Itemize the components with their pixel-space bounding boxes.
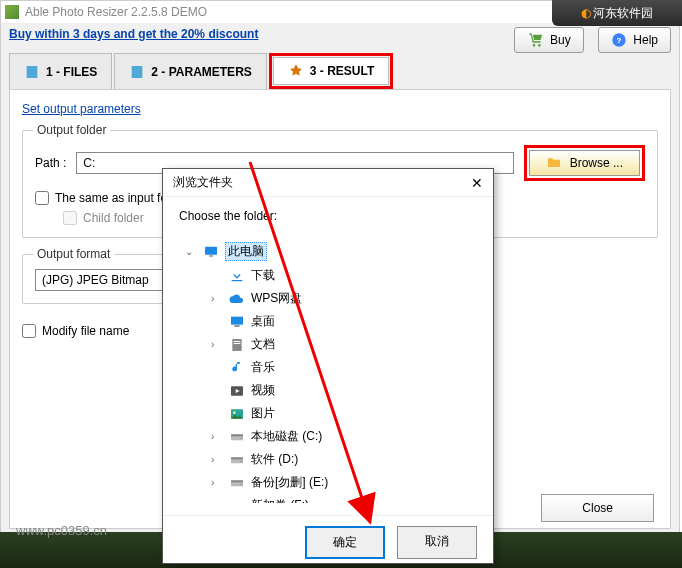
tab-params-label: 2 - PARAMETERS — [151, 65, 251, 79]
monitor-icon — [203, 244, 219, 260]
child-folder-input — [63, 211, 77, 225]
expand-icon[interactable]: › — [211, 339, 223, 350]
svg-rect-18 — [231, 457, 243, 459]
set-output-link[interactable]: Set output parameters — [22, 102, 141, 116]
window-title: Able Photo Resizer 2.2.5.8 DEMO — [25, 5, 207, 19]
disk-icon — [229, 498, 245, 504]
expand-icon[interactable]: › — [211, 293, 223, 304]
folder-tree[interactable]: ⌄此电脑下载›WPS网盘桌面›文档音乐视频图片›本地磁盘 (C:)›软件 (D:… — [179, 235, 477, 503]
tab-files[interactable]: 1 - FILES — [9, 53, 112, 89]
tree-item[interactable]: 下载 — [209, 264, 473, 287]
tree-item-label: 软件 (D:) — [251, 451, 298, 468]
highlight-box: Browse ... — [524, 145, 645, 181]
discount-link[interactable]: Buy within 3 days and get the 20% discou… — [1, 23, 266, 45]
browse-label: Browse ... — [570, 156, 623, 170]
browse-button[interactable]: Browse ... — [529, 150, 640, 176]
svg-rect-3 — [132, 66, 143, 78]
cancel-button[interactable]: 取消 — [397, 526, 477, 559]
cart-icon — [528, 32, 544, 48]
choose-folder-label: Choose the folder: — [179, 209, 477, 223]
params-icon — [129, 64, 145, 80]
svg-rect-9 — [234, 341, 241, 342]
music-icon — [229, 360, 245, 376]
close-button[interactable]: Close — [541, 494, 654, 522]
dialog-title: 浏览文件夹 — [173, 174, 233, 191]
desktop-icon — [229, 314, 245, 330]
svg-rect-10 — [234, 343, 241, 344]
tree-item[interactable]: ›本地磁盘 (C:) — [209, 425, 473, 448]
dialog-close-button[interactable]: ✕ — [471, 175, 483, 191]
download-icon — [229, 268, 245, 284]
same-as-input-input[interactable] — [35, 191, 49, 205]
image-icon — [229, 406, 245, 422]
format-value: (JPG) JPEG Bitmap — [42, 273, 149, 287]
output-folder-legend: Output folder — [33, 123, 110, 137]
svg-rect-6 — [231, 316, 243, 324]
app-icon — [5, 5, 19, 19]
tree-item[interactable]: ›软件 (D:) — [209, 448, 473, 471]
buy-button[interactable]: Buy — [514, 27, 584, 53]
svg-rect-8 — [232, 339, 241, 351]
modify-filename-input[interactable] — [22, 324, 36, 338]
tree-item[interactable]: ⌄此电脑 — [183, 239, 473, 264]
path-label: Path : — [35, 156, 66, 170]
child-folder-label: Child folder — [83, 211, 144, 225]
tree-item[interactable]: ›新加卷 (F:) — [209, 494, 473, 503]
result-icon — [288, 63, 304, 79]
files-icon — [24, 64, 40, 80]
expand-icon[interactable]: › — [211, 500, 223, 503]
tree-item-label: WPS网盘 — [251, 290, 302, 307]
brand-icon: ◐ — [581, 6, 591, 20]
tree-item-label: 新加卷 (F:) — [251, 497, 309, 503]
help-label: Help — [633, 33, 658, 47]
svg-rect-4 — [205, 246, 217, 254]
svg-rect-7 — [234, 325, 239, 326]
tree-item-label: 文档 — [251, 336, 275, 353]
tree-item-label: 视频 — [251, 382, 275, 399]
expand-icon[interactable]: › — [211, 454, 223, 465]
help-icon: ? — [611, 32, 627, 48]
expand-icon[interactable]: ⌄ — [185, 246, 197, 257]
tree-item-label: 桌面 — [251, 313, 275, 330]
cloud-icon — [229, 291, 245, 307]
buy-label: Buy — [550, 33, 571, 47]
tree-item-label: 备份[勿删] (E:) — [251, 474, 328, 491]
tree-item[interactable]: 桌面 — [209, 310, 473, 333]
tree-item[interactable]: 音乐 — [209, 356, 473, 379]
tab-parameters[interactable]: 2 - PARAMETERS — [114, 53, 266, 89]
brand-text: 河东软件园 — [593, 5, 653, 22]
svg-rect-21 — [231, 480, 243, 482]
svg-rect-5 — [209, 255, 213, 256]
expand-icon[interactable]: › — [211, 477, 223, 488]
modify-filename-label: Modify file name — [42, 324, 129, 338]
video-icon — [229, 383, 245, 399]
svg-point-19 — [240, 460, 241, 461]
tree-item[interactable]: ›文档 — [209, 333, 473, 356]
tree-item-label: 本地磁盘 (C:) — [251, 428, 322, 445]
tab-files-label: 1 - FILES — [46, 65, 97, 79]
tree-item-label: 音乐 — [251, 359, 275, 376]
tree-item-label: 下载 — [251, 267, 275, 284]
help-button[interactable]: ? Help — [598, 27, 671, 53]
svg-rect-2 — [27, 66, 38, 78]
svg-text:?: ? — [617, 36, 622, 45]
ok-button[interactable]: 确定 — [305, 526, 385, 559]
tree-item[interactable]: 图片 — [209, 402, 473, 425]
watermark: www.pc0359.cn — [16, 523, 107, 538]
dialog-titlebar: 浏览文件夹 ✕ — [163, 169, 493, 197]
output-format-legend: Output format — [33, 247, 114, 261]
tab-result[interactable]: 3 - RESULT — [273, 57, 389, 85]
disk-icon — [229, 452, 245, 468]
browse-folder-dialog: 浏览文件夹 ✕ Choose the folder: ⌄此电脑下载›WPS网盘桌… — [162, 168, 494, 564]
tree-item[interactable]: ›备份[勿删] (E:) — [209, 471, 473, 494]
expand-icon[interactable]: › — [211, 431, 223, 442]
svg-rect-15 — [231, 434, 243, 436]
folder-icon — [546, 155, 562, 171]
disk-icon — [229, 475, 245, 491]
svg-point-22 — [240, 483, 241, 484]
tree-item[interactable]: ›WPS网盘 — [209, 287, 473, 310]
highlight-box: 3 - RESULT — [269, 53, 393, 89]
disk-icon — [229, 429, 245, 445]
tree-item-label: 此电脑 — [225, 242, 267, 261]
tree-item[interactable]: 视频 — [209, 379, 473, 402]
